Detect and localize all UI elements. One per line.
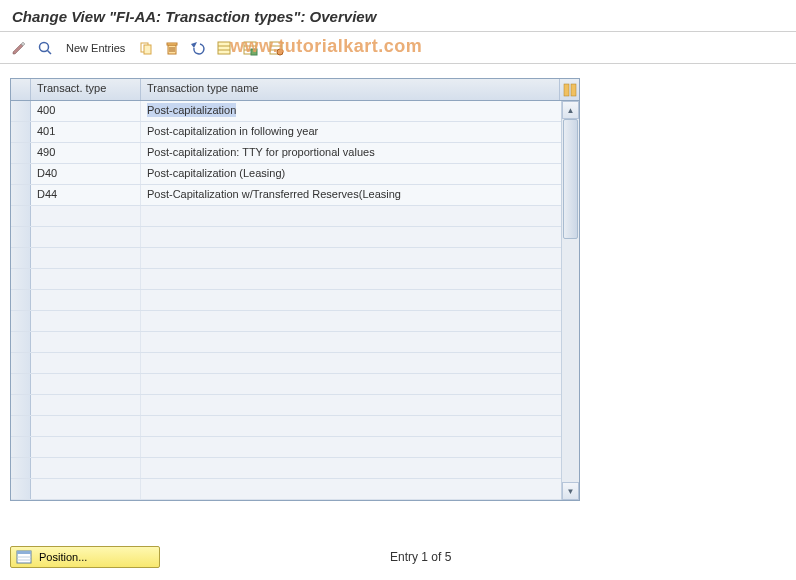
table-row	[11, 332, 561, 353]
cell-type[interactable]	[31, 479, 141, 499]
table-row: 400Post-capitalization	[11, 101, 561, 122]
table-row	[11, 290, 561, 311]
cell-name[interactable]	[141, 290, 561, 310]
cell-name[interactable]	[141, 269, 561, 289]
cell-name[interactable]: Post-capitalization: TTY for proportiona…	[141, 143, 561, 163]
config-icon[interactable]	[265, 37, 287, 59]
deselect-all-icon[interactable]	[239, 37, 261, 59]
row-selector-header[interactable]	[11, 79, 31, 100]
column-header-name[interactable]: Transaction type name	[141, 79, 559, 100]
position-button[interactable]: Position...	[10, 546, 160, 568]
scroll-track[interactable]	[562, 119, 579, 482]
page-title: Change View "FI-AA: Transaction types": …	[0, 0, 796, 32]
scroll-down-button[interactable]: ▼	[562, 482, 579, 500]
row-selector[interactable]	[11, 290, 31, 310]
toggle-change-icon[interactable]	[8, 37, 30, 59]
copy-icon[interactable]	[135, 37, 157, 59]
row-selector[interactable]	[11, 143, 31, 163]
row-selector[interactable]	[11, 164, 31, 184]
svg-rect-5	[167, 43, 177, 45]
entry-counter: Entry 1 of 5	[390, 550, 451, 564]
details-icon[interactable]	[34, 37, 56, 59]
cell-type[interactable]: D40	[31, 164, 141, 184]
scroll-up-button[interactable]: ▲	[562, 101, 579, 119]
position-icon	[15, 549, 33, 565]
row-selector[interactable]	[11, 227, 31, 247]
cell-name[interactable]	[141, 458, 561, 478]
cell-name[interactable]	[141, 395, 561, 415]
row-selector[interactable]	[11, 269, 31, 289]
cell-name[interactable]	[141, 479, 561, 499]
new-entries-button[interactable]: New Entries	[60, 40, 131, 56]
cell-name[interactable]	[141, 311, 561, 331]
cell-type[interactable]	[31, 437, 141, 457]
cell-name[interactable]	[141, 437, 561, 457]
cell-type[interactable]	[31, 290, 141, 310]
cell-type[interactable]	[31, 395, 141, 415]
main-area: Transact. type Transaction type name 400…	[0, 64, 796, 515]
cell-type[interactable]: D44	[31, 185, 141, 205]
cell-name[interactable]	[141, 227, 561, 247]
cell-name[interactable]	[141, 353, 561, 373]
cell-type[interactable]	[31, 374, 141, 394]
cell-type[interactable]	[31, 353, 141, 373]
row-selector[interactable]	[11, 185, 31, 205]
row-selector[interactable]	[11, 374, 31, 394]
cell-type[interactable]	[31, 269, 141, 289]
table-config-icon[interactable]	[559, 79, 579, 100]
svg-rect-21	[571, 84, 576, 96]
svg-point-0	[40, 42, 49, 51]
position-label: Position...	[39, 551, 87, 563]
row-selector[interactable]	[11, 416, 31, 436]
cell-name[interactable]	[141, 248, 561, 268]
cell-type[interactable]	[31, 458, 141, 478]
delete-icon[interactable]	[161, 37, 183, 59]
row-selector[interactable]	[11, 122, 31, 142]
svg-line-1	[48, 50, 52, 54]
table-row	[11, 206, 561, 227]
table-row: 490Post-capitalization: TTY for proporti…	[11, 143, 561, 164]
cell-name[interactable]: Post-capitalization in following year	[141, 122, 561, 142]
row-selector[interactable]	[11, 437, 31, 457]
cell-name[interactable]	[141, 206, 561, 226]
svg-rect-15	[251, 49, 257, 55]
table-row	[11, 227, 561, 248]
row-selector[interactable]	[11, 248, 31, 268]
row-selector[interactable]	[11, 332, 31, 352]
cell-type[interactable]	[31, 248, 141, 268]
cell-name[interactable]: Post-Capitalization w/Transferred Reserv…	[141, 185, 561, 205]
table-row	[11, 395, 561, 416]
row-selector[interactable]	[11, 353, 31, 373]
cell-type[interactable]	[31, 206, 141, 226]
cell-type[interactable]	[31, 311, 141, 331]
cell-name[interactable]	[141, 374, 561, 394]
table-row	[11, 416, 561, 437]
table-row: D40Post-capitalization (Leasing)	[11, 164, 561, 185]
cell-name[interactable]	[141, 332, 561, 352]
table-row	[11, 479, 561, 500]
table-row	[11, 437, 561, 458]
cell-name[interactable]: Post-capitalization	[141, 101, 561, 121]
table-row	[11, 353, 561, 374]
cell-type[interactable]	[31, 227, 141, 247]
cell-name[interactable]: Post-capitalization (Leasing)	[141, 164, 561, 184]
row-selector[interactable]	[11, 311, 31, 331]
cell-type[interactable]	[31, 416, 141, 436]
column-header-type[interactable]: Transact. type	[31, 79, 141, 100]
table-body: 400Post-capitalization401Post-capitaliza…	[11, 101, 561, 500]
row-selector[interactable]	[11, 479, 31, 499]
undo-icon[interactable]	[187, 37, 209, 59]
scroll-thumb[interactable]	[563, 119, 578, 239]
row-selector[interactable]	[11, 101, 31, 121]
cell-type[interactable]: 490	[31, 143, 141, 163]
select-all-icon[interactable]	[213, 37, 235, 59]
row-selector[interactable]	[11, 458, 31, 478]
cell-type[interactable]: 400	[31, 101, 141, 121]
svg-rect-3	[144, 45, 151, 54]
row-selector[interactable]	[11, 395, 31, 415]
cell-type[interactable]	[31, 332, 141, 352]
svg-rect-9	[218, 42, 230, 54]
cell-type[interactable]: 401	[31, 122, 141, 142]
row-selector[interactable]	[11, 206, 31, 226]
cell-name[interactable]	[141, 416, 561, 436]
